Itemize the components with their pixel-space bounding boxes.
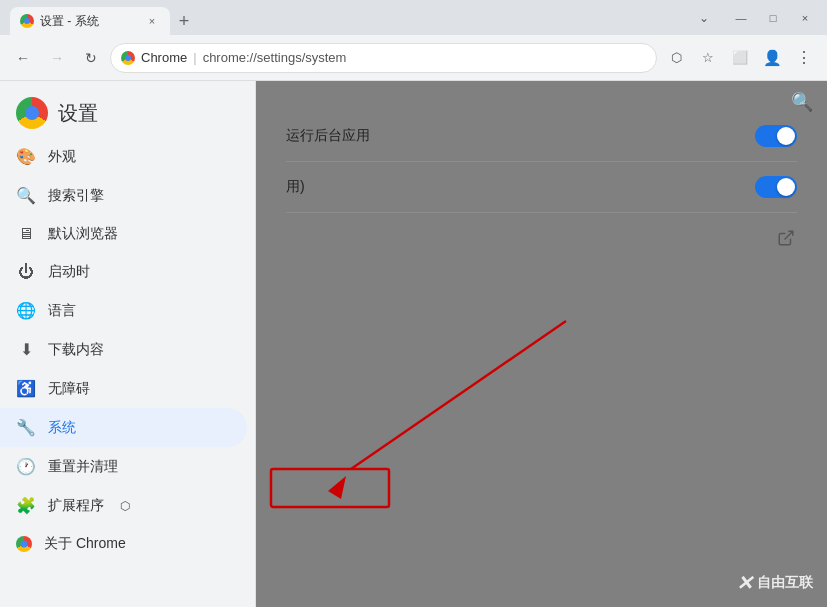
system-wrench-icon: 🔧 [16, 418, 36, 437]
profile-button[interactable]: 👤 [757, 43, 787, 73]
address-brand: Chrome [141, 50, 187, 65]
sidebar-item-about[interactable]: 关于 Chrome [0, 525, 247, 563]
maximize-button[interactable]: □ [759, 8, 787, 28]
tab-close-button[interactable]: × [144, 13, 160, 29]
active-tab[interactable]: 设置 - 系统 × [10, 7, 170, 35]
sidebar-item-extensions[interactable]: 🧩 扩展程序 ⬡ [0, 486, 247, 525]
extensions-external-link-icon[interactable]: ⬡ [120, 499, 130, 513]
split-view-button[interactable]: ⬜ [725, 43, 755, 73]
settings-title: 设置 [58, 100, 98, 127]
sidebar-item-appearance[interactable]: 🎨 外观 [0, 137, 247, 176]
navbar: ← → ↻ Chrome | chrome://settings/system … [0, 35, 827, 81]
watermark-icon: ✕ [736, 571, 753, 595]
address-separator: | [193, 50, 196, 65]
settings-header: 设置 [0, 85, 255, 137]
sidebar-item-reset-label: 重置并清理 [48, 458, 118, 476]
search-engine-icon: 🔍 [16, 186, 36, 205]
background-apps-toggle[interactable] [755, 125, 797, 147]
language-icon: 🌐 [16, 301, 36, 320]
proxy-external-link[interactable] [775, 227, 797, 249]
sidebar-item-startup-label: 启动时 [48, 263, 90, 281]
accessibility-icon: ♿ [16, 379, 36, 398]
tab-bar: 设置 - 系统 × + [0, 0, 363, 35]
close-button[interactable]: × [791, 8, 819, 28]
sidebar-item-search[interactable]: 🔍 搜索引擎 [0, 176, 247, 215]
extensions-icon: 🧩 [16, 496, 36, 515]
sidebar-item-download-label: 下载内容 [48, 341, 104, 359]
share-button[interactable]: ⬡ [661, 43, 691, 73]
address-favicon [121, 51, 135, 65]
svg-marker-3 [328, 476, 346, 499]
back-button[interactable]: ← [8, 43, 38, 73]
appearance-icon: 🎨 [16, 147, 36, 166]
address-bar[interactable]: Chrome | chrome://settings/system [110, 43, 657, 73]
background-apps-label: 运行后台应用 [286, 127, 370, 145]
sidebar-item-browser-label: 默认浏览器 [48, 225, 118, 243]
bookmark-button[interactable]: ☆ [693, 43, 723, 73]
reset-icon: 🕐 [16, 457, 36, 476]
titlebar: 设置 - 系统 × + ⌄ — □ × [0, 0, 827, 35]
sidebar-item-browser[interactable]: 🖥 默认浏览器 [0, 215, 247, 253]
sidebar-item-language[interactable]: 🌐 语言 [0, 291, 247, 330]
sidebar-item-download[interactable]: ⬇ 下载内容 [0, 330, 247, 369]
content-search-icon[interactable]: 🔍 [791, 91, 813, 113]
settings-rows: 运行后台应用 用) [256, 81, 827, 263]
sidebar-item-extensions-label: 扩展程序 [48, 497, 104, 515]
sidebar-item-language-label: 语言 [48, 302, 76, 320]
svg-line-2 [351, 321, 566, 469]
sidebar: 设置 🎨 外观 🔍 搜索引擎 🖥 默认浏览器 ⏻ 启动时 🌐 语言 ⬇ 下载内容… [0, 81, 256, 607]
chevron-down-icon[interactable]: ⌄ [693, 7, 715, 29]
content-area: 🔍 运行后台应用 用) [256, 81, 827, 607]
download-icon: ⬇ [16, 340, 36, 359]
settings-google-icon [16, 97, 48, 129]
sidebar-item-reset[interactable]: 🕐 重置并清理 [0, 447, 247, 486]
menu-button[interactable]: ⋮ [789, 43, 819, 73]
window-controls: — □ × [719, 8, 827, 28]
nav-actions: ⬡ ☆ ⬜ 👤 ⋮ [661, 43, 819, 73]
sidebar-item-startup[interactable]: ⏻ 启动时 [0, 253, 247, 291]
startup-icon: ⏻ [16, 263, 36, 281]
tab-title: 设置 - 系统 [40, 13, 99, 30]
watermark: ✕ 自由互联 [736, 571, 813, 595]
browser-icon: 🖥 [16, 225, 36, 243]
new-tab-button[interactable]: + [170, 7, 198, 35]
hardware-accel-toggle[interactable] [755, 176, 797, 198]
svg-line-0 [785, 231, 793, 239]
about-icon [16, 536, 32, 552]
minimize-button[interactable]: — [727, 8, 755, 28]
hardware-accel-label: 用) [286, 178, 305, 196]
sidebar-item-search-label: 搜索引擎 [48, 187, 104, 205]
main-layout: 设置 🎨 外观 🔍 搜索引擎 🖥 默认浏览器 ⏻ 启动时 🌐 语言 ⬇ 下载内容… [0, 81, 827, 607]
svg-rect-1 [271, 469, 389, 507]
sidebar-item-appearance-label: 外观 [48, 148, 76, 166]
watermark-text: 自由互联 [757, 574, 813, 592]
sidebar-item-about-label: 关于 Chrome [44, 535, 126, 553]
tab-favicon [20, 14, 34, 28]
sidebar-item-system[interactable]: 🔧 系统 [0, 408, 247, 447]
address-url: chrome://settings/system [203, 50, 347, 65]
sidebar-item-accessibility-label: 无障碍 [48, 380, 90, 398]
forward-button: → [42, 43, 72, 73]
setting-row-hardware-accel: 用) [286, 162, 797, 213]
sidebar-item-accessibility[interactable]: ♿ 无障碍 [0, 369, 247, 408]
setting-row-background-apps: 运行后台应用 [286, 111, 797, 162]
sidebar-item-system-label: 系统 [48, 419, 76, 437]
reload-button[interactable]: ↻ [76, 43, 106, 73]
setting-row-proxy [286, 213, 797, 263]
